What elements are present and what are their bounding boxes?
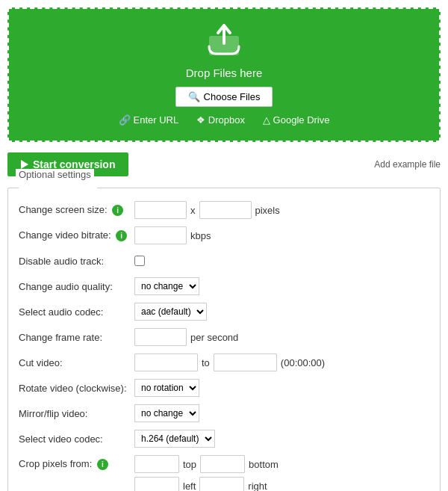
screen-width-input[interactable] (134, 201, 187, 219)
rotate-video-label: Rotate video (clockwise): (19, 383, 134, 394)
play-icon (21, 160, 28, 169)
video-codec-select[interactable]: h.264 (default) h.265 vp8 vp9 (134, 430, 215, 448)
disable-audio-label: Disable audio track: (19, 256, 134, 267)
crop-left-input[interactable] (134, 477, 179, 491)
google-drive-icon: △ (263, 114, 270, 126)
disable-audio-row: Disable audio track: (19, 252, 429, 270)
drop-zone[interactable]: Drop Files here 🔍 Choose Files 🔗 Enter U… (7, 7, 441, 142)
crop-pixels-control: top bottom left right (134, 455, 279, 491)
mirror-select[interactable]: no change horizontal vertical (134, 404, 199, 422)
audio-codec-control: aac (default) mp3 vorbis flac (134, 303, 207, 321)
video-bitrate-row: Change video bitrate: i kbps (19, 226, 429, 244)
video-codec-label: Select video codec: (19, 433, 134, 445)
audio-quality-label: Change audio quality: (19, 281, 134, 292)
link-icon: 🔗 (119, 114, 131, 126)
upload-icon (16, 24, 432, 62)
mirror-video-control: no change horizontal vertical (134, 404, 199, 422)
crop-pixels-row: Crop pixels from: i top bottom left righ… (19, 455, 429, 491)
audio-codec-label: Select audio codec: (19, 306, 134, 318)
mirror-video-label: Mirror/flip video: (19, 408, 134, 419)
enter-url-link[interactable]: 🔗 Enter URL (119, 114, 179, 126)
frame-rate-row: Change frame rate: per second (19, 328, 429, 346)
screen-size-control: x pixels (134, 201, 280, 219)
frame-rate-input[interactable] (134, 328, 187, 346)
video-bitrate-control: kbps (134, 226, 211, 244)
cut-video-row: Cut video: to (00:00:00) (19, 353, 429, 371)
rotate-video-control: no rotation 90° 180° 270° (134, 379, 199, 397)
rotate-select[interactable]: no rotation 90° 180° 270° (134, 379, 199, 397)
crop-bottom-input[interactable] (200, 455, 245, 473)
crop-top-input[interactable] (134, 455, 179, 473)
disable-audio-checkbox[interactable] (134, 256, 145, 266)
video-codec-row: Select video codec: h.264 (default) h.26… (19, 430, 429, 448)
video-bitrate-info-icon[interactable]: i (116, 230, 127, 241)
audio-codec-select[interactable]: aac (default) mp3 vorbis flac (134, 303, 207, 321)
optional-settings-section: Optional settings Change screen size: i … (7, 182, 441, 491)
screen-size-info-icon[interactable]: i (112, 205, 123, 216)
crop-right-input[interactable] (199, 477, 244, 491)
google-drive-link[interactable]: △ Google Drive (263, 114, 330, 126)
disable-audio-control (134, 256, 145, 266)
screen-size-row: Change screen size: i x pixels (19, 201, 429, 219)
cut-video-label: Cut video: (19, 357, 134, 368)
cut-video-end-input[interactable] (214, 353, 277, 371)
cut-video-start-input[interactable] (134, 353, 198, 371)
audio-quality-select[interactable]: no change low normal high (134, 277, 199, 295)
frame-rate-label: Change frame rate: (19, 332, 134, 343)
audio-codec-row: Select audio codec: aac (default) mp3 vo… (19, 303, 429, 321)
mirror-video-row: Mirror/flip video: no change horizontal … (19, 404, 429, 422)
choose-files-button[interactable]: 🔍 Choose Files (175, 87, 273, 107)
frame-rate-control: per second (134, 328, 238, 346)
rotate-video-row: Rotate video (clockwise): no rotation 90… (19, 379, 429, 397)
search-icon: 🔍 (188, 91, 200, 102)
cut-video-control: to (00:00:00) (134, 353, 325, 371)
video-codec-control: h.264 (default) h.265 vp8 vp9 (134, 430, 215, 448)
crop-pixels-info-icon[interactable]: i (97, 459, 108, 470)
settings-title: Optional settings (16, 169, 94, 180)
crop-pixels-label: Crop pixels from: i (19, 455, 134, 470)
drop-links: 🔗 Enter URL ❖ Dropbox △ Google Drive (16, 114, 432, 126)
screen-size-label: Change screen size: i (19, 204, 134, 216)
video-bitrate-label: Change video bitrate: i (19, 229, 134, 241)
dropbox-icon: ❖ (196, 114, 205, 126)
audio-quality-control: no change low normal high (134, 277, 199, 295)
dropbox-link[interactable]: ❖ Dropbox (196, 114, 245, 126)
add-example-link[interactable]: Add example file (374, 159, 441, 170)
video-bitrate-input[interactable] (134, 226, 187, 244)
drop-text: Drop Files here (16, 67, 432, 79)
screen-height-input[interactable] (199, 201, 252, 219)
audio-quality-row: Change audio quality: no change low norm… (19, 277, 429, 295)
